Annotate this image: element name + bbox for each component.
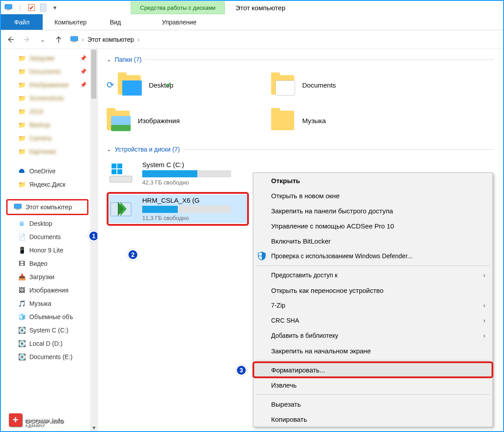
sidebar-item-this-pc[interactable]: Этот компьютер [6,199,88,215]
ctx-defender[interactable]: Проверка с использованием Windows Defend… [253,248,492,264]
window-title: Этот компьютер [236,4,285,12]
sidebar-item-3d[interactable]: 🧊Объемные объ [4,310,97,324]
collapse-chevron-icon[interactable]: ⌄ [107,146,111,152]
sidebar-item-blurred[interactable]: 📁Картинки [4,145,97,158]
scroll-down-icon[interactable]: ▾ [90,424,97,431]
sidebar-item-pictures[interactable]: 🖼Изображения [4,284,97,297]
sidebar-item-yandex-disk[interactable]: 📁Яндекс.Диск [4,178,97,191]
doc-icon[interactable] [38,3,48,12]
sidebar-item-drive-e[interactable]: 💽Documents (E:) [4,350,97,364]
ctx-crcsha[interactable]: CRC SHA› [253,313,492,328]
drive-icon: 💽 [18,340,26,348]
ctx-7zip[interactable]: 7-Zip› [253,298,492,313]
sidebar-item-blurred[interactable]: 📁Screenshots [4,92,97,105]
annotation-badge-2: 2 [127,249,139,260]
nav-forward-button [20,33,33,46]
breadcrumb-this-pc[interactable]: Этот компьютер [88,36,134,43]
scrollbar-thumb[interactable] [91,50,96,99]
folder-icon: ♪ [271,109,297,132]
ctx-pin-start[interactable]: Закрепить на начальном экране [253,343,492,358]
address-bar[interactable]: › Этот компьютер › [70,36,140,44]
ctx-pin-quick-access[interactable]: Закрепить на панели быстрого доступа [253,203,492,218]
sidebar-item-drive-d[interactable]: 💽Local D (D:) [4,337,97,350]
pin-icon: 📌 [80,82,87,88]
folder-icon [107,109,132,132]
drive-free-space: 11,3 ГБ свободно [142,215,231,221]
ctx-cut[interactable]: Вырезать [253,396,492,412]
nav-back-button[interactable] [4,33,17,46]
drive-name: System C (C:) [142,161,231,168]
drive-usage-bar [142,206,231,213]
sidebar-item-drive-c[interactable]: 💽System C (C:) [4,324,97,337]
ctx-format[interactable]: Форматировать... [253,362,492,377]
context-menu: Открыть Открыть в новом окне Закрепить н… [253,172,493,427]
drive-usage-bar [142,170,231,177]
nav-up-button[interactable] [52,33,65,46]
tab-manage[interactable]: Управление [150,14,208,30]
ctx-open-new-window[interactable]: Открыть в новом окне [253,188,492,203]
qat-dropdown-icon[interactable]: ▾ [50,3,60,12]
ctx-eject[interactable]: Извлечь [253,377,492,392]
this-pc-icon [14,203,22,211]
drive-icon [108,162,134,184]
collapse-chevron-icon[interactable]: ⌄ [107,56,111,63]
submenu-arrow-icon: › [483,302,485,309]
refresh-icon: ⟳ [107,80,114,90]
group-header-folders[interactable]: ⌄ Папки (7) [107,56,494,63]
sidebar-item-blurred[interactable]: 📁Изображения📌 [4,78,97,92]
video-icon: 🎞 [18,260,26,268]
sidebar-item-blurred[interactable]: 📁Camera [4,132,97,145]
sidebar-item-music[interactable]: 🎵Музыка [4,297,97,310]
drive-icon [108,198,134,220]
ctx-separator [256,265,490,266]
properties-icon[interactable] [27,3,36,12]
nav-recent-dropdown-icon[interactable]: ⌄ [36,33,49,46]
ctx-copy[interactable]: Копировать [253,412,492,427]
ctx-separator [256,394,490,395]
sidebar-item-blurred[interactable]: 📁Documents📌 [4,65,97,78]
3d-icon: 🧊 [18,313,26,321]
sidebar-item-desktop[interactable]: 🖥Desktop [4,217,97,230]
drive-item-usb-g[interactable]: HRM_CSLA_X6 (G 11,3 ГБ свободно [107,195,249,223]
ctx-portable[interactable]: Открыть как переносное устройство [253,283,492,298]
sidebar-item-downloads[interactable]: 📥Загрузки [4,270,97,284]
svg-rect-0 [5,4,12,9]
tab-view[interactable]: Вид [98,14,132,30]
sidebar-item-phone[interactable]: 📱Honor 9 Lite [4,244,97,257]
pin-icon: 📌 [80,68,87,75]
breadcrumb-separator-icon[interactable]: › [82,36,84,43]
quick-access-toolbar: | ▾ [1,3,60,12]
shield-icon [257,251,267,261]
svg-rect-6 [14,204,21,208]
pictures-icon: 🖼 [18,286,26,294]
sidebar-item-blurred[interactable]: 📁2019 [4,105,97,118]
group-header-drives[interactable]: ⌄ Устройства и диски (7) [107,146,494,153]
sidebar-item-documents[interactable]: 📄Documents [4,230,97,244]
sidebar-item-blurred[interactable]: 📁Загрузки📌 [4,52,97,65]
ctx-open[interactable]: Открыть [253,173,492,188]
this-pc-icon [4,3,13,12]
ctx-bitlocker[interactable]: Включить BitLocker [253,233,492,248]
ctx-separator [256,360,490,360]
folder-tile-documents[interactable]: Documents [271,69,404,100]
contextual-tab-drive-tools[interactable]: Средства работы с дисками [131,1,225,14]
phone-icon: 📱 [18,246,26,254]
breadcrumb-separator-icon[interactable]: › [137,36,140,43]
drive-free-space: 42,3 ГБ свободно [142,179,231,186]
ctx-add-library[interactable]: Добавить в библиотеку› [253,328,492,343]
drive-icon: 💽 [18,326,26,334]
annotation-badge-3: 3 [236,364,247,376]
folder-tile-pictures[interactable]: Изображения [107,105,240,136]
sidebar-item-onedrive[interactable]: OneDrive [4,164,97,178]
folder-tile-desktop[interactable]: ⟳ Desktop ✔ [107,69,240,100]
sidebar-item-blurred[interactable]: 📁Backup [4,118,97,132]
tab-file[interactable]: Файл [1,14,43,30]
svg-rect-3 [40,4,46,12]
navigation-pane: 📁Загрузки📌 📁Documents📌 📁Изображения📌 📁Sc… [1,49,98,431]
sidebar-item-videos[interactable]: 🎞Видео [4,257,97,270]
ctx-share[interactable]: Предоставить доступ к› [253,268,492,283]
folder-tile-music[interactable]: ♪ Музыка [271,105,404,136]
tab-computer[interactable]: Компьютер [43,14,98,30]
ctx-acdsee[interactable]: Управление с помощью ACDSee Pro 10 [253,218,492,233]
svg-rect-1 [7,9,10,10]
